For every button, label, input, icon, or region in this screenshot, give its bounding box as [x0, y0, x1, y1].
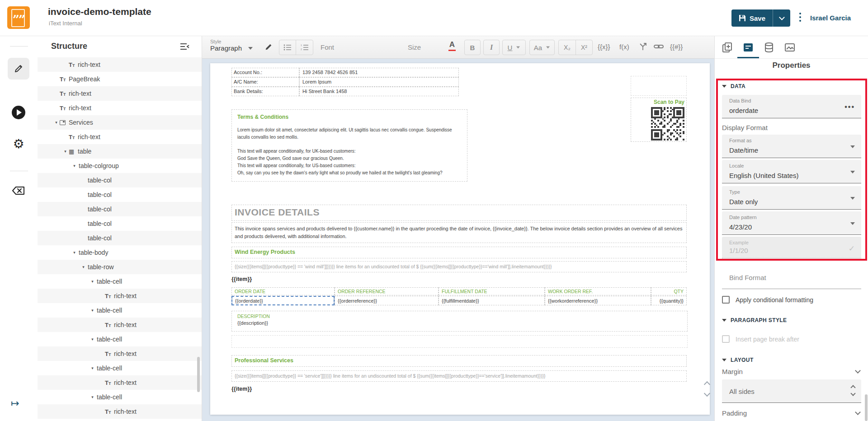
- preview-button[interactable]: [8, 102, 29, 123]
- invoice-details-heading-block[interactable]: INVOICE DETAILS: [231, 205, 687, 221]
- tree-item-table-colgroup[interactable]: ▾table-colgroup: [38, 159, 202, 173]
- date-pattern-select[interactable]: Date pattern 4/23/20: [722, 211, 861, 235]
- tree-item-rich-text[interactable]: TTrich-text: [38, 346, 202, 361]
- items-table-cell[interactable]: {{fulfillmentdate}}: [439, 296, 545, 305]
- bullet-list-button[interactable]: [279, 40, 296, 55]
- tree-expand-arrow-icon[interactable]: ▾: [89, 395, 96, 399]
- apply-conditional-checkbox-row[interactable]: Apply conditional formatting: [722, 296, 813, 304]
- subscript-button[interactable]: X₂: [559, 40, 576, 55]
- bank-details-table[interactable]: Account No.: 139 2458 7842 4526 851 A/C …: [231, 68, 459, 97]
- stepper-down-icon[interactable]: [850, 391, 855, 396]
- tree-item-table[interactable]: ▾▦table: [38, 144, 202, 159]
- insert-condition-button[interactable]: [638, 42, 647, 52]
- tree-item-table-col[interactable]: table-col: [38, 202, 202, 216]
- save-dropdown-button[interactable]: [773, 9, 790, 27]
- items-table-cell[interactable]: {{workorderreference}}: [545, 296, 651, 305]
- services-heading-block[interactable]: Professional Services: [231, 355, 687, 367]
- items-table[interactable]: ORDER DATE ORDER REFERENCE FULFILLMENT D…: [231, 287, 688, 305]
- clear-button[interactable]: [8, 180, 29, 201]
- invoice-paragraph-block[interactable]: This invoice spans services and products…: [231, 222, 687, 243]
- tree-item-table-cell[interactable]: ▾table-cell: [38, 303, 202, 318]
- editor-canvas[interactable]: Account No.: 139 2458 7842 4526 851 A/C …: [202, 59, 714, 421]
- section-layout[interactable]: LAYOUT: [722, 357, 754, 363]
- padding-expand-chevron[interactable]: [855, 409, 861, 415]
- tree-item-PageBreak[interactable]: TTPageBreak: [38, 72, 202, 86]
- type-select[interactable]: Type Date only: [722, 186, 861, 210]
- tab-data-sources[interactable]: [764, 42, 774, 53]
- document-page[interactable]: Account No.: 139 2458 7842 4526 851 A/C …: [210, 63, 710, 415]
- settings-button[interactable]: ⚙: [8, 133, 29, 155]
- tree-expand-arrow-icon[interactable]: ▾: [71, 250, 78, 255]
- tree-item-rich-text[interactable]: TTrich-text: [38, 375, 202, 390]
- tree-item-rich-text[interactable]: TTrich-text: [38, 318, 202, 332]
- edit-style-button[interactable]: [264, 43, 273, 53]
- items-table-header[interactable]: WORK ORDER REF.: [545, 287, 651, 295]
- tree-item-rich-text[interactable]: TTrich-text: [38, 86, 202, 101]
- tree-item-rich-text[interactable]: TTrich-text: [38, 289, 202, 303]
- services-formula-block[interactable]: {{size({{items[[{{producttype}} == 'serv…: [231, 370, 687, 382]
- tree-expand-arrow-icon[interactable]: ▾: [89, 308, 96, 313]
- save-split-button[interactable]: Save: [731, 9, 790, 27]
- bind-format-field[interactable]: Bind Format: [722, 267, 861, 289]
- more-options-icon[interactable]: •••: [844, 103, 855, 111]
- header-kebab-menu[interactable]: [799, 13, 802, 23]
- tab-properties[interactable]: [743, 42, 754, 53]
- item-token-block[interactable]: {{item}}: [231, 275, 687, 285]
- tree-expand-arrow-icon[interactable]: ▾: [89, 337, 96, 341]
- tree-item-table-row[interactable]: ▾table-row: [38, 260, 202, 274]
- tree-item-rich-text[interactable]: TTrich-text: [38, 101, 202, 115]
- tree-expand-arrow-icon[interactable]: ▾: [53, 120, 60, 125]
- tree-expand-arrow-icon[interactable]: ▾: [62, 149, 69, 154]
- tree-item-table-col[interactable]: table-col: [38, 173, 202, 187]
- expand-panel-icon[interactable]: ↦: [11, 398, 19, 409]
- bank-value[interactable]: Lorem Ipsum: [299, 77, 459, 87]
- format-as-select[interactable]: Format as Date/time: [722, 135, 861, 158]
- structure-scrollbar[interactable]: [197, 357, 200, 392]
- save-button[interactable]: Save: [731, 9, 773, 27]
- bank-label[interactable]: Bank Details:: [231, 87, 299, 96]
- tree-item-rich-text[interactable]: TTrich-text: [38, 130, 202, 144]
- superscript-button[interactable]: X²: [576, 40, 592, 55]
- bank-value[interactable]: Hi Street Bank 1458: [299, 87, 459, 96]
- stepper-control[interactable]: [851, 386, 855, 395]
- tree-item-table-col[interactable]: table-col: [38, 187, 202, 202]
- wind-heading-block[interactable]: Wind Energy Products: [231, 247, 687, 258]
- tree-item-table-body[interactable]: ▾table-body: [38, 245, 202, 260]
- item-token-block-2[interactable]: {{item}}: [231, 385, 687, 395]
- tree-item-table-cell[interactable]: ▾table-cell: [38, 332, 202, 346]
- locale-select[interactable]: Locale English (United States): [722, 160, 861, 183]
- all-sides-input[interactable]: All sides: [722, 379, 861, 403]
- tree-expand-arrow-icon[interactable]: ▾: [80, 265, 87, 269]
- tree-item-table-cell[interactable]: ▾table-cell: [38, 390, 202, 404]
- tree-expand-arrow-icon[interactable]: ▾: [89, 279, 96, 284]
- edit-mode-button[interactable]: [8, 58, 29, 80]
- tree-item-Services[interactable]: ▾Services: [38, 115, 202, 130]
- section-data[interactable]: DATA: [722, 83, 745, 89]
- bold-button[interactable]: B: [464, 40, 481, 55]
- insert-function-button[interactable]: f(x): [619, 43, 629, 51]
- items-table-header[interactable]: QTY: [651, 287, 687, 295]
- items-table-cell[interactable]: {{orderreference}}: [335, 296, 439, 305]
- properties-scrollbar[interactable]: [865, 394, 868, 421]
- items-table-cell-selected[interactable]: {{orderdate}}: [231, 296, 335, 305]
- tab-insert[interactable]: [722, 42, 733, 53]
- insert-data-token-button[interactable]: {{x}}: [598, 43, 610, 51]
- data-bind-field[interactable]: Data Bind orderdate •••: [722, 95, 861, 118]
- user-menu[interactable]: Israel Garcia: [810, 14, 851, 22]
- style-select[interactable]: Style Paragraph: [210, 39, 253, 52]
- items-table-header[interactable]: FULFILLMENT DATE: [439, 287, 545, 295]
- section-paragraph-style[interactable]: PARAGRAPH STYLE: [722, 317, 787, 323]
- tree-item-rich-text[interactable]: TTrich-text: [38, 404, 202, 419]
- tree-item-table-cell[interactable]: ▾table-cell: [38, 361, 202, 375]
- items-table-header[interactable]: ORDER REFERENCE: [335, 287, 439, 295]
- insert-link-button[interactable]: [654, 43, 664, 51]
- tree-item-table-col[interactable]: table-col: [38, 231, 202, 245]
- tree-expand-arrow-icon[interactable]: ▾: [71, 164, 78, 168]
- tree-item-table-col[interactable]: table-col: [38, 216, 202, 231]
- case-button[interactable]: Aa: [529, 40, 555, 55]
- tab-images[interactable]: [784, 42, 795, 53]
- italic-button[interactable]: I: [483, 40, 500, 55]
- tree-item-table-cell[interactable]: ▾table-cell: [38, 274, 202, 289]
- insert-repeat-token-button[interactable]: {{#}}: [670, 43, 683, 51]
- numbered-list-button[interactable]: 1 2: [296, 40, 313, 55]
